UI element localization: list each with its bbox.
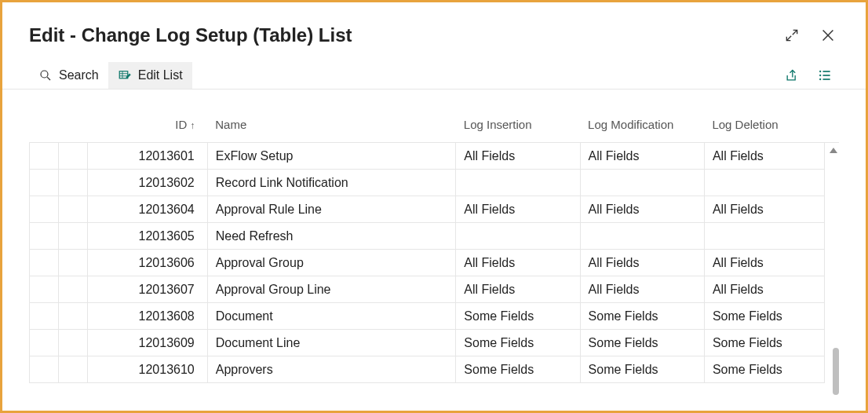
row-selector[interactable] (30, 250, 59, 276)
row-selector[interactable] (30, 223, 59, 250)
cell-log-modification[interactable] (580, 223, 704, 250)
scroll-thumb[interactable] (833, 348, 839, 395)
cell-log-insertion[interactable] (456, 223, 580, 250)
cell-log-insertion[interactable]: All Fields (456, 143, 580, 170)
row-selector[interactable] (30, 330, 59, 356)
table-row[interactable]: 12013607Approval Group LineAll FieldsAll… (30, 276, 840, 303)
cell-log-deletion[interactable]: All Fields (704, 196, 824, 223)
sort-asc-icon: ↑ (190, 120, 195, 131)
row-context[interactable] (58, 303, 87, 330)
edit-list-button[interactable]: Edit List (108, 62, 192, 89)
column-id-label: ID (175, 118, 187, 131)
row-context[interactable] (58, 196, 87, 223)
svg-point-0 (41, 71, 48, 78)
cell-log-deletion[interactable]: All Fields (704, 143, 824, 170)
cell-log-modification[interactable]: All Fields (580, 143, 704, 170)
row-selector[interactable] (30, 276, 59, 303)
vertical-scrollbar[interactable] (826, 151, 839, 411)
table-row[interactable]: 12013604Approval Rule LineAll FieldsAll … (30, 196, 840, 223)
cell-id[interactable]: 12013606 (87, 250, 207, 276)
cell-name[interactable]: Approval Group Line (207, 276, 456, 303)
cell-log-modification[interactable] (580, 170, 704, 196)
cell-name[interactable]: Document Line (207, 330, 456, 356)
cell-id[interactable]: 12013610 (87, 356, 207, 383)
cell-log-deletion[interactable]: Some Fields (704, 303, 824, 330)
cell-id[interactable]: 12013604 (87, 196, 207, 223)
cell-log-deletion[interactable] (704, 170, 824, 196)
cell-log-insertion[interactable]: Some Fields (456, 356, 580, 383)
cell-log-modification[interactable]: All Fields (580, 276, 704, 303)
svg-rect-5 (823, 75, 830, 76)
cell-log-modification[interactable]: Some Fields (580, 356, 704, 383)
cell-id[interactable]: 12013607 (87, 276, 207, 303)
cell-log-modification[interactable]: Some Fields (580, 303, 704, 330)
column-name[interactable]: Name (207, 111, 456, 143)
cell-log-insertion[interactable]: All Fields (456, 250, 580, 276)
column-scrollgap (825, 111, 839, 143)
row-selector[interactable] (30, 303, 59, 330)
row-selector[interactable] (30, 143, 59, 170)
column-log-insertion[interactable]: Log Insertion (456, 111, 580, 143)
table-row[interactable]: 12013609Document LineSome FieldsSome Fie… (30, 330, 840, 356)
expand-icon[interactable] (781, 24, 803, 46)
scroll-up-icon[interactable] (830, 148, 837, 153)
cell-name[interactable]: ExFlow Setup (207, 143, 456, 170)
cell-id[interactable]: 12013602 (87, 170, 207, 196)
column-context[interactable] (58, 111, 87, 143)
svg-rect-7 (823, 79, 830, 80)
cell-id[interactable]: 12013608 (87, 303, 207, 330)
row-context[interactable] (58, 143, 87, 170)
edit-list-label: Edit List (138, 68, 183, 82)
cell-log-modification[interactable]: All Fields (580, 250, 704, 276)
search-button[interactable]: Search (29, 62, 108, 89)
cell-name[interactable]: Approval Rule Line (207, 196, 456, 223)
share-icon[interactable] (781, 64, 803, 86)
cell-log-deletion[interactable]: Some Fields (704, 330, 824, 356)
search-label: Search (59, 68, 99, 82)
cell-name[interactable]: Approval Group (207, 250, 456, 276)
row-context[interactable] (58, 356, 87, 383)
cell-id[interactable]: 12013605 (87, 223, 207, 250)
row-context[interactable] (58, 170, 87, 196)
column-id[interactable]: ID↑ (87, 111, 207, 143)
cell-name[interactable]: Record Link Notification (207, 170, 456, 196)
cell-id[interactable]: 12013601 (87, 143, 207, 170)
cell-log-deletion[interactable]: Some Fields (704, 356, 824, 383)
table-row[interactable]: 12013605Need Refresh (30, 223, 840, 250)
cell-log-insertion[interactable]: Some Fields (456, 330, 580, 356)
edit-list-icon (118, 68, 132, 82)
table-row[interactable]: 12013601ExFlow SetupAll FieldsAll Fields… (30, 143, 840, 170)
row-context[interactable] (58, 330, 87, 356)
search-icon (38, 68, 53, 82)
table-row[interactable]: 12013602Record Link Notification (30, 170, 840, 196)
row-selector[interactable] (30, 170, 59, 196)
row-context[interactable] (58, 250, 87, 276)
data-grid[interactable]: ID↑ Name Log Insertion Log Modification … (29, 111, 839, 383)
cell-log-deletion[interactable]: All Fields (704, 250, 824, 276)
cell-name[interactable]: Document (207, 303, 456, 330)
row-context[interactable] (58, 276, 87, 303)
cell-name[interactable]: Approvers (207, 356, 456, 383)
table-row[interactable]: 12013610ApproversSome FieldsSome FieldsS… (30, 356, 840, 383)
table-row[interactable]: 12013608DocumentSome FieldsSome FieldsSo… (30, 303, 840, 330)
cell-log-insertion[interactable]: All Fields (456, 276, 580, 303)
svg-point-6 (819, 79, 821, 80)
cell-log-modification[interactable]: Some Fields (580, 330, 704, 356)
cell-log-modification[interactable]: All Fields (580, 196, 704, 223)
list-view-icon[interactable] (814, 64, 836, 86)
cell-log-deletion[interactable]: All Fields (704, 276, 824, 303)
column-select[interactable] (30, 111, 59, 143)
row-context[interactable] (58, 223, 87, 250)
cell-id[interactable]: 12013609 (87, 330, 207, 356)
cell-log-insertion[interactable] (456, 170, 580, 196)
cell-log-insertion[interactable]: All Fields (456, 196, 580, 223)
column-log-modification[interactable]: Log Modification (580, 111, 704, 143)
cell-log-insertion[interactable]: Some Fields (456, 303, 580, 330)
cell-name[interactable]: Need Refresh (207, 223, 456, 250)
close-icon[interactable] (817, 24, 839, 46)
column-log-deletion[interactable]: Log Deletion (704, 111, 824, 143)
row-selector[interactable] (30, 196, 59, 223)
table-row[interactable]: 12013606Approval GroupAll FieldsAll Fiel… (30, 250, 840, 276)
row-selector[interactable] (30, 356, 59, 383)
cell-log-deletion[interactable] (704, 223, 824, 250)
